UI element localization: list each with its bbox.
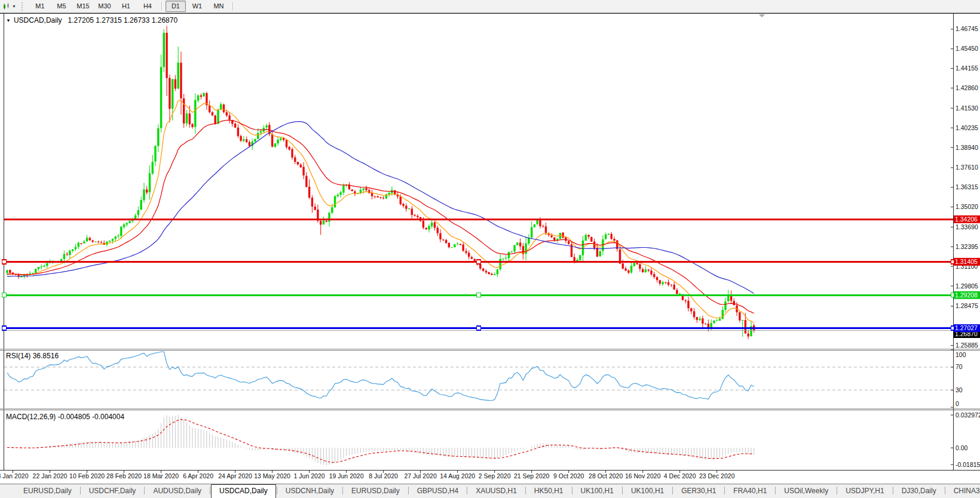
chart-tab-audusd-daily[interactable]: AUDUSD,Daily: [145, 485, 209, 498]
chart-tab-eurusd-daily[interactable]: EURUSD,Daily: [16, 485, 79, 498]
chart-window-title: ▼ USDCAD,Daily 1.27205 1.27315 1.26733 1…: [6, 16, 177, 24]
svg-text:23 Dec 2020: 23 Dec 2020: [699, 472, 735, 479]
timeframe-button-m15[interactable]: M15: [73, 1, 93, 12]
tab-separator: [342, 487, 343, 494]
chart-tab-usoil-weekly[interactable]: USOil,Weekly: [776, 485, 836, 498]
chart-tab-usdchf-daily[interactable]: USDCHF,Daily: [81, 485, 144, 498]
tab-separator: [80, 487, 81, 494]
svg-text:1.44155: 1.44155: [956, 64, 978, 72]
macd-indicator-label: MACD(12,26,9) -0.004805 -0.004004: [6, 413, 124, 421]
price-axis-badge: 1.34206: [954, 216, 980, 223]
svg-text:0.00: 0.00: [956, 444, 968, 451]
svg-text:30: 30: [956, 386, 963, 394]
timeframe-button-w1[interactable]: W1: [187, 1, 207, 12]
timeframe-button-m5[interactable]: M5: [51, 1, 72, 12]
tab-separator: [408, 487, 409, 494]
chart-tab-dj30-daily[interactable]: DJ30,Daily: [894, 485, 944, 498]
toolbar-grip[interactable]: [22, 2, 25, 11]
chart-shift-marker-icon[interactable]: [759, 14, 765, 17]
hline-handle[interactable]: [477, 326, 481, 330]
svg-text:1.45450: 1.45450: [956, 45, 978, 52]
timeframe-button-mn[interactable]: MN: [209, 1, 229, 12]
rsi-indicator-label: RSI(14) 36.8516: [6, 352, 59, 360]
chart-area[interactable]: 1.467451.454501.441551.428601.415301.402…: [0, 0, 980, 498]
svg-text:27 Jul 2020: 27 Jul 2020: [404, 472, 436, 479]
timeframe-button-d1[interactable]: D1: [166, 1, 186, 12]
svg-text:28 Feb 2020: 28 Feb 2020: [106, 472, 142, 479]
chart-tab-ger30-h1[interactable]: GER30,H1: [673, 485, 724, 498]
svg-text:6 Apr 2020: 6 Apr 2020: [183, 472, 213, 479]
hline-handle[interactable]: [477, 260, 481, 264]
svg-text:1.38940: 1.38940: [956, 144, 978, 151]
svg-text:1.41530: 1.41530: [956, 104, 978, 112]
tab-separator: [945, 487, 945, 494]
x-axis-date-labels: 3 Jan 202022 Jan 202010 Feb 202028 Feb 2…: [0, 471, 735, 479]
timeframe-buttons: M1M5M15M30H1H4D1W1MN: [29, 1, 236, 12]
timeframe-button-h4[interactable]: H4: [137, 1, 158, 12]
timeframe-button-h1[interactable]: H1: [116, 1, 136, 12]
chart-tool-caret-icon[interactable]: ▼: [12, 4, 16, 8]
macd-histogram: [7, 415, 754, 465]
rsi-line: [7, 352, 754, 401]
svg-text:16 Nov 2020: 16 Nov 2020: [625, 472, 661, 479]
chart-tab-bar: EURUSD,DailyUSDCHF,DailyAUDUSD,DailyUSDC…: [0, 484, 980, 498]
chart-tab-uk100-h1[interactable]: UK100,H1: [573, 485, 621, 498]
svg-text:9 Oct 2020: 9 Oct 2020: [553, 472, 584, 479]
svg-text:8 Jul 2020: 8 Jul 2020: [369, 472, 398, 479]
chart-tab-xauusd-h1[interactable]: XAUUSD,H1: [468, 485, 525, 498]
svg-text:1.34206: 1.34206: [955, 216, 978, 223]
svg-text:28 Oct 2020: 28 Oct 2020: [589, 472, 623, 479]
ma-fast-line: [7, 100, 754, 323]
svg-text:1.25885: 1.25885: [956, 342, 978, 349]
chart-tab-eurusd-daily[interactable]: EURUSD,Daily: [344, 485, 408, 498]
svg-text:1.29208: 1.29208: [955, 291, 978, 299]
svg-text:14 Aug 2020: 14 Aug 2020: [440, 472, 475, 479]
chart-tab-gbpusd-h4[interactable]: GBPUSD,H4: [409, 485, 466, 498]
svg-text:70: 70: [956, 363, 963, 370]
chart-tab-usdjpy-h1[interactable]: USDJPY,H1: [838, 485, 892, 498]
macd-signal-line: [7, 420, 754, 463]
hline-handle[interactable]: [2, 326, 7, 330]
chart-tabs: EURUSD,DailyUSDCHF,DailyAUDUSD,DailyUSDC…: [16, 485, 980, 498]
svg-text:24 Apr 2020: 24 Apr 2020: [218, 472, 252, 479]
macd-panel: 0.0329720.00-0.018154: [7, 411, 980, 468]
chart-tab-hk50-h1[interactable]: HK50,H1: [526, 485, 571, 498]
timeframe-button-m30[interactable]: M30: [94, 1, 115, 12]
chart-tab-china300-h1[interactable]: CHINA300,H1: [946, 485, 980, 498]
hline-handle[interactable]: [2, 293, 7, 297]
price-axis-labels: 1.467451.454501.441551.428601.415301.402…: [951, 25, 978, 349]
tab-separator: [622, 487, 623, 494]
price-axis-badge: 1.29208: [954, 291, 980, 299]
timeframe-button-m1[interactable]: M1: [30, 1, 50, 12]
svg-text:1.28475: 1.28475: [956, 302, 978, 309]
svg-text:22 Jan 2020: 22 Jan 2020: [33, 472, 68, 479]
svg-text:1 Jun 2020: 1 Jun 2020: [294, 472, 325, 479]
svg-text:19 Jun 2020: 19 Jun 2020: [329, 472, 364, 479]
chart-tab-uk100-h1[interactable]: UK100,H1: [623, 485, 672, 498]
svg-text:0: 0: [956, 400, 959, 407]
chart-tab-usdcnh-daily[interactable]: USDCNH,Daily: [278, 485, 342, 498]
toolbar-separator: [232, 2, 233, 11]
ma-slow-line: [7, 122, 754, 294]
price-axis-badge: 1.27027: [954, 324, 980, 332]
chart-title-caret-icon[interactable]: ▼: [6, 18, 11, 23]
svg-text:3 Jan 2020: 3 Jan 2020: [0, 472, 29, 479]
tab-separator: [277, 487, 277, 494]
horizontal-level-lines: [2, 219, 956, 330]
svg-text:18 Mar 2020: 18 Mar 2020: [143, 472, 179, 479]
tab-separator: [775, 487, 776, 494]
chart-tool-button[interactable]: ▼: [2, 2, 18, 11]
svg-text:2 Sep 2020: 2 Sep 2020: [479, 472, 511, 479]
svg-text:1.31405: 1.31405: [955, 258, 978, 265]
tab-separator: [837, 487, 837, 494]
mt4-application: 1.467451.454501.441551.428601.415301.402…: [0, 0, 980, 498]
tab-separator: [467, 487, 467, 494]
chart-tab-usdcad-daily[interactable]: USDCAD,Daily: [211, 484, 276, 498]
svg-text:10 Feb 2020: 10 Feb 2020: [69, 472, 105, 479]
hline-handle[interactable]: [2, 260, 7, 264]
svg-text:0.032972: 0.032972: [956, 411, 980, 419]
chart-tab-fra40-h1[interactable]: FRA40,H1: [725, 485, 774, 498]
tab-separator: [572, 487, 572, 494]
svg-text:100: 100: [956, 351, 966, 358]
hline-handle[interactable]: [477, 293, 481, 297]
